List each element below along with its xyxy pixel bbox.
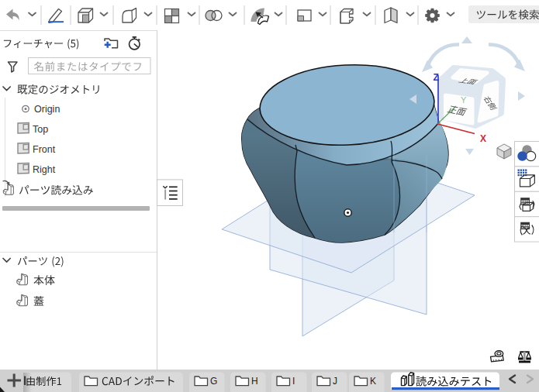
svg-text:Origin: Origin — [34, 104, 60, 115]
svg-text:J: J — [333, 376, 337, 387]
svg-text:K: K — [370, 376, 376, 387]
svg-text:Y: Y — [461, 95, 467, 105]
svg-text:H: H — [251, 376, 258, 387]
svg-text:Right: Right — [33, 164, 56, 175]
svg-text:Top: Top — [33, 124, 48, 135]
svg-text:Front: Front — [33, 144, 56, 155]
svg-text:Z: Z — [434, 72, 439, 83]
svg-text:G: G — [210, 376, 217, 387]
svg-text:I: I — [292, 376, 295, 387]
svg-text:X: X — [480, 133, 486, 144]
